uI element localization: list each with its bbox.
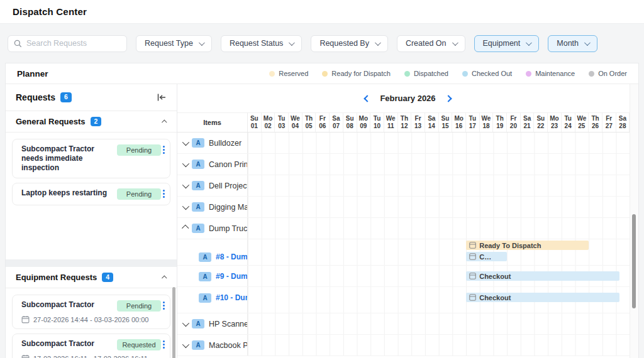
equipment-requests-header[interactable]: Equipment Requests 4: [6, 267, 177, 288]
chevron-down-icon[interactable]: [182, 319, 189, 326]
day-of-week-label: Th: [496, 115, 504, 123]
day-number-label: 15: [441, 122, 448, 131]
calendar-scrollbar-thumb[interactable]: [632, 214, 636, 308]
legend-label: On Order: [598, 70, 627, 77]
filter-created-on[interactable]: Created On: [397, 35, 465, 52]
day-number-label: 19: [496, 122, 503, 131]
items-column-header: Items: [177, 113, 248, 132]
item-cell[interactable]: ADump Truck: [177, 218, 248, 239]
calendar-row-9-dump-t: A#9 - Dump TCheckout: [177, 266, 638, 287]
filter-requested-by[interactable]: Requested By: [311, 35, 388, 52]
request-card[interactable]: Laptop keeps restartingPending: [12, 183, 170, 205]
chevron-up-icon[interactable]: [182, 224, 189, 231]
chevron-down-icon[interactable]: [182, 181, 189, 188]
item-cell[interactable]: AMacbook Pro: [177, 335, 248, 355]
request-card[interactable]: Subcompact Tractor needs immediate inspe…: [12, 139, 170, 178]
request-title: Laptop keeps restarting: [21, 188, 114, 198]
kebab-menu-icon[interactable]: [161, 339, 167, 350]
legend-item-checked-out: Checked Out: [462, 70, 512, 77]
calendar-row-bulldozer: ABulldozer: [177, 133, 638, 154]
item-label: #10 - Dump: [216, 293, 248, 302]
row-timeline: [248, 197, 638, 217]
request-card[interactable]: Subcompact TractorPending27-02-2026 14:4…: [12, 295, 170, 329]
day-number-label: 11: [387, 122, 394, 131]
day-of-week-label: Mo: [359, 115, 368, 123]
day-of-week-label: Su: [346, 115, 354, 123]
requests-count-badge: 6: [60, 92, 72, 102]
day-header-19: Th19: [493, 113, 507, 132]
day-of-week-label: We: [577, 115, 586, 123]
item-cell[interactable]: AHP Scanner: [177, 313, 248, 334]
day-number-label: 17: [469, 122, 476, 131]
day-number-label: 01: [251, 122, 258, 131]
day-header-13: Fr13: [411, 113, 425, 132]
bar-card-icon: [469, 242, 476, 249]
day-number-label: 08: [347, 122, 353, 131]
day-of-week-label: Mo: [454, 115, 463, 123]
day-header-24: Tu24: [562, 113, 575, 132]
search-box[interactable]: [8, 35, 127, 52]
chevron-down-icon[interactable]: [182, 138, 189, 145]
chevron-down-icon[interactable]: [182, 202, 189, 209]
item-avatar: A: [192, 340, 204, 350]
chevron-up-icon: [162, 275, 167, 280]
filter-month[interactable]: Month: [548, 35, 597, 52]
day-header-05: Th05: [303, 113, 316, 132]
filter-bar: Request TypeRequest StatusRequested ByCr…: [0, 24, 644, 63]
kebab-menu-icon[interactable]: [161, 188, 167, 199]
request-card-top: Subcompact TractorRequested: [21, 339, 164, 350]
request-card[interactable]: Subcompact TractorRequested17-02-2026 16…: [12, 334, 170, 358]
gantt-bar-checkout[interactable]: Checkout: [466, 293, 619, 302]
item-cell[interactable]: ABulldozer: [177, 133, 248, 153]
filter-request-status[interactable]: Request Status: [221, 35, 302, 52]
sidebar-scrollbar[interactable]: [172, 287, 175, 358]
item-cell[interactable]: A#9 - Dump T: [177, 266, 248, 286]
item-label: Macbook Pro: [209, 341, 247, 350]
status-badge: Requested: [117, 339, 161, 350]
filter-equipment[interactable]: Equipment: [474, 35, 540, 52]
gantt-bar-c[interactable]: C…: [466, 252, 507, 261]
legend-item-reserved: Reserved: [269, 70, 308, 77]
day-number-label: 22: [537, 122, 544, 131]
filter-request-type[interactable]: Request Type: [136, 35, 212, 52]
next-month-button[interactable]: [445, 95, 452, 102]
day-number-label: 05: [306, 122, 313, 131]
request-card-top: Subcompact TractorPending: [21, 300, 164, 312]
day-number-label: 13: [414, 122, 421, 131]
filter-dropdowns: Request TypeRequest StatusRequested ByCr…: [136, 35, 597, 52]
calendar-scrollbar-track[interactable]: [630, 84, 638, 358]
calendar-row-digging-machi: ADigging Machi: [177, 197, 638, 218]
collapse-sidebar-icon[interactable]: [157, 93, 167, 102]
day-of-week-label: Sa: [428, 115, 435, 123]
day-of-week-label: Th: [591, 115, 599, 123]
item-cell[interactable]: ADigging Machi: [177, 197, 248, 217]
chevron-down-icon[interactable]: [182, 160, 189, 166]
chevron-down-icon[interactable]: [182, 340, 189, 347]
item-avatar: A: [192, 319, 204, 328]
kebab-menu-icon[interactable]: [161, 300, 167, 311]
day-number-label: 27: [606, 122, 613, 131]
item-cell[interactable]: A#8 - Dump T: [177, 239, 248, 265]
kebab-menu-icon[interactable]: [161, 144, 167, 155]
day-of-week-label: Su: [536, 115, 545, 123]
prev-month-button[interactable]: [364, 95, 371, 102]
request-dates: 27-02-2026 14:44 - 03-03-2026 00:00: [21, 315, 164, 323]
item-cell[interactable]: ADell Projector: [177, 175, 248, 196]
gantt-bar-checkout[interactable]: Checkout: [466, 271, 619, 281]
general-requests-count-badge: 2: [91, 117, 102, 127]
item-cell[interactable]: A#10 - Dump: [177, 287, 248, 313]
day-of-week-label: Sa: [619, 115, 626, 123]
chevron-down-icon: [584, 40, 591, 46]
item-cell[interactable]: ACanon Printer: [177, 154, 248, 175]
general-requests-header[interactable]: General Requests 2: [6, 111, 177, 133]
search-input[interactable]: [26, 39, 128, 48]
equipment-requests-section: Equipment Requests 4 Subcompact TractorP…: [6, 259, 177, 358]
gantt-bar-ready-to-dispatch[interactable]: Ready To Dispatch: [466, 241, 589, 250]
day-header-25: We25: [575, 113, 589, 132]
day-of-week-label: Th: [305, 115, 313, 123]
calendar-panel: February 2026 Items Su01Mo02Tu03We04Th05…: [177, 84, 638, 358]
chevron-down-icon: [289, 40, 295, 46]
day-of-week-label: Sa: [332, 115, 340, 123]
filter-label: Request Type: [145, 39, 193, 48]
legend-dot-icon: [462, 71, 468, 77]
